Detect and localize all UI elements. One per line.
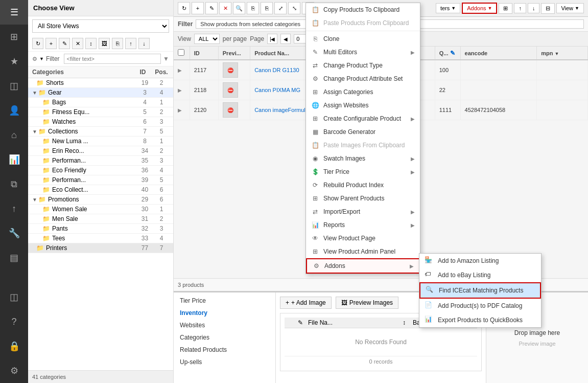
ctx-multi-editors[interactable]: ✎ Multi Editors ▶ — [306, 46, 420, 59]
ctx-addons[interactable]: ⚙ Addons ▶ — [306, 258, 420, 274]
store-select[interactable]: All Store Views Default Store View — [32, 19, 169, 33]
ctx-tier-price[interactable]: 💲 Tier Price ▶ — [306, 165, 420, 178]
ctx-import-export[interactable]: ⇄ Import/Export ▶ — [306, 205, 420, 218]
preview-images-btn[interactable]: 🖼 Preview Images — [336, 297, 398, 309]
collapse-btn[interactable]: ⤡ — [288, 2, 300, 14]
move-up-cat-btn[interactable]: ↕ — [85, 38, 97, 49]
arrow-up-icon[interactable]: ↑ — [0, 196, 28, 221]
refresh-cat-btn[interactable]: ↻ — [32, 38, 43, 49]
ctx-barcode[interactable]: ▦ Barcode Generator — [306, 125, 420, 139]
move-up-btn[interactable]: ↑ — [514, 3, 526, 13]
addons-icecat[interactable]: 🔍 Find ICEcat Matching Products — [419, 282, 541, 299]
expand-btn[interactable]: ⤢ — [274, 2, 287, 14]
star-icon[interactable]: ★ — [0, 49, 28, 74]
expand-arrow-icon[interactable]: ▼ — [32, 129, 37, 134]
refresh-btn[interactable]: ↻ — [178, 2, 190, 14]
menu-icon[interactable]: ☰ — [0, 0, 28, 25]
help-icon[interactable]: ? — [0, 309, 28, 334]
ctx-paste-products[interactable]: 📋 Paste Products From Clipboard — [306, 16, 420, 30]
add-cat-btn[interactable]: + — [45, 38, 57, 49]
ctx-view-admin[interactable]: ⊞ View Product Admin Panel — [306, 245, 420, 258]
ctx-create-configurable[interactable]: ⊞ Create Configurable Product ▶ — [306, 112, 420, 125]
category-filter-input[interactable] — [64, 54, 161, 64]
add-image-btn[interactable]: + + Add Image — [280, 297, 332, 309]
list-item[interactable]: 📁 New Luma ... 8 1 — [28, 137, 173, 146]
user-icon[interactable]: 👤 — [0, 98, 28, 123]
list-item[interactable]: 📁 Men Sale 31 2 — [28, 214, 173, 224]
prev-page-btn[interactable]: ◀ — [280, 34, 291, 44]
ctx-rebuild-index[interactable]: ⟳ Rebuild Product Index — [306, 178, 420, 192]
ctx-change-type[interactable]: ⇄ Change Product Type — [306, 59, 420, 72]
tab-websites[interactable]: Websites — [174, 319, 275, 331]
minus-btn[interactable]: ⊟ — [541, 3, 555, 14]
settings-icon[interactable]: ⚙ — [0, 358, 28, 383]
layout-btn[interactable]: ⊞ — [499, 3, 512, 14]
wrench-icon[interactable]: 🔧 — [0, 221, 28, 245]
edit-btn[interactable]: ✎ — [205, 2, 218, 14]
list-item[interactable]: 📁 Eco Friendly 36 4 — [28, 166, 173, 175]
list-item[interactable]: 📁 Watches 6 3 — [28, 117, 173, 127]
tab-related-products[interactable]: Related Products — [174, 344, 275, 356]
tab-inventory[interactable]: Inventory — [174, 307, 275, 319]
add-btn[interactable]: + — [192, 2, 204, 14]
tab-tier-price[interactable]: Tier Price — [174, 295, 275, 307]
link-cat-btn[interactable]: ⎘ — [112, 38, 123, 49]
ctx-show-parent[interactable]: ⊞ Show Parent Products — [306, 192, 420, 205]
image-cat-btn[interactable]: 🖼 — [99, 38, 110, 49]
ters-btn[interactable]: ters ▼ — [436, 3, 460, 13]
home-icon[interactable]: ⌂ — [0, 123, 28, 147]
list-item[interactable]: 📁 Pants 32 3 — [28, 224, 173, 234]
list-item[interactable]: 📁 Erin Reco... 34 2 — [28, 146, 173, 156]
list-item[interactable]: 📁 Printers 77 7 — [28, 243, 173, 253]
ctx-paste-images[interactable]: 📋 Paste Images From Clipboard — [306, 139, 420, 152]
addons-amazon[interactable]: 🏪 Add to Amazon Listing — [419, 254, 541, 268]
view-dropdown-btn[interactable]: View ▼ — [556, 3, 584, 13]
expand-arrow-icon[interactable]: ▼ — [32, 197, 37, 202]
lock-icon[interactable]: 🔒 — [0, 334, 28, 358]
ctx-swatch[interactable]: ◉ Swatch Images ▶ — [306, 152, 420, 165]
addons-ebay[interactable]: 🏷 Add to eBay Listing — [419, 268, 541, 282]
barcode-sidebar-icon[interactable]: ◫ — [0, 285, 28, 309]
chart-icon[interactable]: 📊 — [0, 147, 28, 172]
select-all-checkbox[interactable] — [178, 49, 184, 56]
list-item[interactable]: 📁 Bags 4 1 — [28, 98, 173, 107]
search-btn[interactable]: 🔍 — [233, 2, 245, 14]
addons-btn[interactable]: Addons ▼ — [462, 3, 497, 14]
puzzle-icon[interactable]: ⧉ — [0, 172, 28, 196]
view-select[interactable]: ALL — [194, 34, 220, 44]
copy-btn[interactable]: ⎘ — [247, 2, 259, 14]
ctx-assign-websites[interactable]: 🌐 Assign Websites — [306, 99, 420, 112]
list-item[interactable]: ▼ 📁 Gear 3 4 — [28, 88, 173, 98]
list-item[interactable]: 📁 Eco Collect... 40 6 — [28, 185, 173, 195]
move-cat-btn[interactable]: ↑ — [125, 38, 136, 49]
list-item[interactable]: 📁 Women Sale 30 1 — [28, 205, 173, 214]
paste-btn[interactable]: ⎘ — [261, 2, 273, 14]
tab-up-sells[interactable]: Up-sells — [174, 356, 275, 368]
row-expand-icon[interactable]: ▶ — [178, 67, 182, 73]
list-item[interactable]: 📁 Performan... 39 5 — [28, 175, 173, 185]
ctx-change-attr-set[interactable]: ⚙ Change Product Attribute Set — [306, 72, 420, 85]
expand-arrow-icon[interactable]: ▼ — [32, 90, 37, 96]
ctx-view-page[interactable]: 👁 View Product Page — [306, 232, 420, 245]
addons-quickbooks[interactable]: 📊 Export Products to QuickBooks — [419, 313, 541, 327]
list-item[interactable]: 📁 Shorts 19 2 — [28, 78, 173, 88]
ctx-assign-cats[interactable]: ⊞ Assign Categories — [306, 85, 420, 99]
products-icon[interactable]: ◫ — [0, 74, 28, 98]
list-item[interactable]: ▼ 📁 Promotions 29 6 — [28, 195, 173, 205]
edit-cat-btn[interactable]: ✎ — [59, 38, 70, 49]
list-item[interactable]: ▼ 📁 Collections 7 5 — [28, 127, 173, 137]
addons-pdf[interactable]: 📄 Add Product(s) to PDF Catalog — [419, 299, 541, 313]
delete-cat-btn[interactable]: ✕ — [72, 38, 83, 49]
row-expand-icon[interactable]: ▶ — [178, 107, 182, 113]
dashboard-icon[interactable]: ⊞ — [0, 25, 28, 49]
list-item[interactable]: 📁 Fitness Equ... 5 2 — [28, 107, 173, 117]
list-item[interactable]: 📁 Performan... 35 3 — [28, 156, 173, 166]
ctx-clone[interactable]: ⎘ Clone — [306, 32, 420, 46]
move-down-btn[interactable]: ↓ — [528, 3, 540, 13]
ctx-copy-products[interactable]: 📋 Copy Products To Clipboard — [306, 3, 420, 16]
ctx-reports[interactable]: 📊 Reports ▶ — [306, 218, 420, 232]
list-item[interactable]: 📁 Tees 33 4 — [28, 234, 173, 243]
row-expand-icon[interactable]: ▶ — [178, 87, 182, 93]
delete-btn[interactable]: ✕ — [219, 2, 231, 14]
tab-categories[interactable]: Categories — [174, 331, 275, 344]
